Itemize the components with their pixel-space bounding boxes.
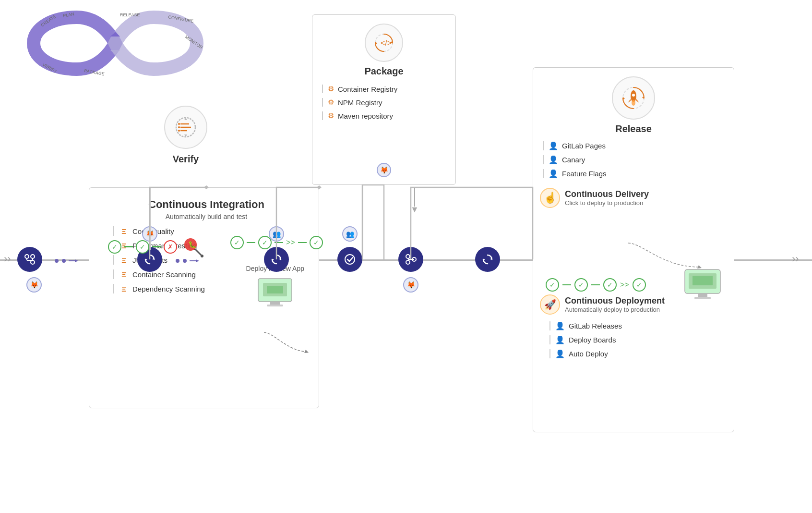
ci-subtitle: Automatically build and test — [104, 213, 309, 220]
svg-text:RELEASE: RELEASE — [120, 12, 140, 17]
avatar-package: 🦊 — [377, 163, 391, 177]
double-arrow-cd: >> — [620, 281, 629, 289]
svg-point-58 — [632, 100, 635, 106]
cd-check-3: ✓ — [603, 278, 617, 292]
release-gitlab-pages: 👤 GitLab Pages — [543, 141, 734, 150]
person-icon-1: 👤 — [549, 141, 558, 150]
dash-3 — [247, 242, 255, 244]
cd-check-4: ✓ — [633, 278, 646, 292]
svg-point-41 — [176, 259, 179, 263]
release-title: Release — [533, 123, 734, 134]
check-pass-3: ✓ — [230, 236, 244, 249]
release-icon-circle — [612, 76, 655, 120]
svg-point-21 — [178, 123, 180, 125]
cdeploy-subtitle: Automatically deploy to production — [565, 306, 665, 313]
cdeploy-feature-list: 👤 GitLab Releases 👤 Deploy Boards 👤 Auto… — [540, 321, 727, 358]
cdeploy-title: Continuous Deployment — [565, 296, 665, 306]
svg-text:DEV: DEV — [59, 37, 81, 49]
rocket-small-icon: 🚀 — [540, 294, 560, 315]
person-icon-6: 👤 — [555, 349, 565, 358]
svg-marker-34 — [75, 259, 78, 262]
release-canary: 👤 Canary — [543, 155, 734, 164]
svg-point-31 — [55, 259, 59, 263]
svg-marker-49 — [375, 42, 377, 45]
person-icon-2: 👤 — [549, 155, 558, 164]
svg-point-22 — [178, 126, 180, 128]
person-icon-4: 👤 — [555, 321, 565, 330]
svg-point-11 — [25, 255, 29, 258]
pipeline-node-3 — [337, 247, 362, 272]
check-pass-1: ✓ — [108, 240, 121, 254]
svg-point-23 — [178, 130, 180, 132]
dashed-arrow-cd — [623, 238, 719, 277]
svg-rect-26 — [267, 286, 283, 293]
avatar-5: 🦊 — [403, 277, 418, 293]
svg-marker-44 — [196, 259, 199, 262]
package-box: </> Package ⚙ Container Registry ⚙ NPM R… — [312, 14, 456, 185]
svg-marker-69 — [304, 350, 309, 353]
svg-point-32 — [62, 259, 66, 263]
svg-rect-65 — [694, 297, 711, 299]
svg-point-13 — [31, 255, 35, 258]
person-icon-5: 👤 — [555, 335, 565, 344]
svg-rect-27 — [270, 302, 280, 305]
check-pass-2: ✓ — [136, 240, 149, 254]
verify-icon-container: Verify — [164, 106, 207, 165]
svg-point-42 — [183, 259, 187, 263]
package-title: Package — [312, 66, 455, 77]
e-icon-5: Ξ — [119, 284, 129, 293]
svg-marker-59 — [642, 96, 644, 99]
dash-5 — [298, 242, 307, 244]
svg-point-38 — [201, 255, 203, 257]
e-icon-4: Ξ — [119, 269, 129, 279]
check-fail-1: ✗ — [164, 240, 177, 254]
deploy-review-dashed-arrow — [259, 328, 317, 356]
package-icon-circle: </> — [365, 24, 403, 62]
svg-point-50 — [406, 255, 410, 258]
pipeline-start-arrows: ›› — [4, 253, 11, 265]
person-icon-3: 👤 — [549, 169, 558, 178]
check-pass-5: ✓ — [310, 236, 323, 249]
checks-row-fail: ✓ ✓ ✗ 🐛 — [108, 236, 203, 257]
release-feature-flags: 👤 Feature Flags — [543, 169, 734, 178]
cdeploy-section: 🚀 Continuous Deployment Automatically de… — [533, 294, 734, 358]
bug-search-icon: 🐛 — [182, 236, 203, 257]
svg-point-45 — [345, 255, 355, 264]
cd-title: Continuous Delivery — [565, 189, 649, 199]
check-pass-4: ✓ — [258, 236, 272, 249]
release-box: Release 👤 GitLab Pages 👤 Canary 👤 Featur… — [533, 67, 734, 432]
avatar-4: 👥 — [342, 226, 358, 242]
svg-rect-63 — [693, 276, 713, 285]
cdeploy-auto-deploy: 👤 Auto Deploy — [549, 349, 727, 358]
connector-dots-2 — [173, 258, 202, 264]
svg-text:PACKAGE: PACKAGE — [84, 68, 105, 76]
package-npm-registry: ⚙ NPM Registry — [322, 98, 455, 107]
hand-icon: ☝️ — [540, 188, 560, 208]
registry-icon-1: ⚙ — [328, 85, 334, 93]
verify-title: Verify — [164, 154, 207, 165]
cd-subtitle: Click to deploy to production — [565, 199, 649, 207]
svg-text:🐛: 🐛 — [188, 241, 197, 249]
dash-4 — [275, 242, 283, 244]
pipeline-down-arrow: ▼ — [410, 187, 419, 215]
svg-marker-56 — [636, 99, 639, 103]
cd-dash-1 — [562, 284, 571, 286]
checks-row-pass: ✓ ✓ >> ✓ — [230, 236, 323, 249]
svg-point-51 — [406, 260, 410, 264]
cd-monitor — [681, 267, 724, 304]
svg-point-57 — [632, 94, 635, 97]
package-connector-line — [362, 185, 363, 257]
release-feature-list: 👤 GitLab Pages 👤 Canary 👤 Feature Flags — [533, 141, 734, 178]
svg-rect-64 — [698, 293, 707, 297]
svg-marker-60 — [623, 97, 625, 100]
ci-connector-line — [150, 187, 151, 250]
registry-icon-2: ⚙ — [328, 98, 334, 107]
e-icon-1: Ξ — [119, 226, 129, 236]
git-node — [17, 247, 42, 272]
package-container-registry: ⚙ Container Registry — [322, 85, 455, 93]
ci-title: Continuous Integration — [104, 198, 309, 211]
pipeline-merge-node — [398, 247, 423, 272]
dash-1 — [124, 246, 133, 247]
svg-point-12 — [31, 260, 35, 264]
pipeline-node-2 — [264, 247, 289, 272]
